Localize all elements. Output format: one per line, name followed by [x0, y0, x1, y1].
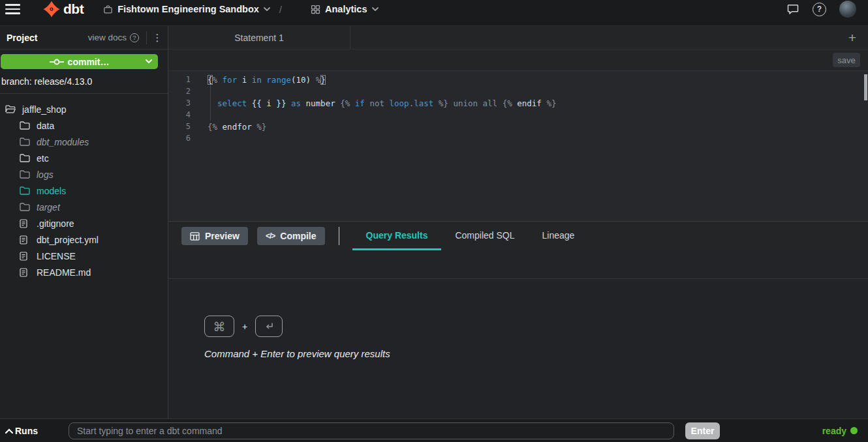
folder-icon — [20, 170, 31, 179]
code-line[interactable]: 6 — [168, 132, 868, 144]
code-token: %} — [546, 98, 556, 108]
user-avatar[interactable] — [839, 1, 856, 18]
plus-separator: + — [242, 321, 247, 332]
code-editor[interactable]: 1{% for i in range(10) %}23 select {{ i … — [168, 71, 868, 222]
code-token: % — [213, 75, 218, 85]
top-bar: dbt Fishtown Engineering Sandbox / Analy… — [0, 0, 868, 26]
folder-icon — [20, 138, 31, 146]
file-icon — [20, 235, 31, 244]
sidebar-header: Project view docs ? ⋮ — [0, 26, 168, 50]
topbar-actions: ? — [786, 1, 856, 18]
chevron-down-icon — [372, 7, 379, 11]
project-selector-label: Fishtown Engineering Sandbox — [117, 4, 259, 14]
commit-chevron-down-icon[interactable] — [146, 59, 152, 63]
file-tree-item-LICENSE[interactable]: LICENSE — [0, 248, 168, 264]
git-commit-icon — [50, 58, 64, 66]
workspace-selector[interactable]: Analytics — [311, 4, 378, 14]
code-line[interactable]: 4 — [168, 109, 868, 121]
chat-icon[interactable] — [786, 3, 799, 16]
main-shell: Project view docs ? ⋮ commit… branch: re… — [0, 26, 868, 419]
status-indicator: ready — [822, 426, 858, 436]
hamburger-menu-icon[interactable] — [5, 4, 20, 14]
code-token: last — [414, 98, 433, 108]
new-tab-icon[interactable]: + — [846, 31, 859, 44]
file-tree-item-data[interactable]: data — [0, 117, 168, 134]
file-tree: jaffle_shopdatadbt_modulesetclogsmodelst… — [0, 94, 168, 280]
project-selector[interactable]: Fishtown Engineering Sandbox — [103, 4, 270, 14]
file-tree-item-README.md[interactable]: README.md — [0, 264, 168, 280]
project-sidebar: Project view docs ? ⋮ commit… branch: re… — [0, 26, 168, 419]
preview-button[interactable]: Preview — [181, 227, 248, 245]
code-text: select {{ i }} as number {% if not loop.… — [191, 98, 556, 108]
code-token: {{ i }} — [247, 98, 291, 108]
results-toolbar: Preview </> Compile Query Results Compil… — [168, 222, 868, 250]
file-tree-item-.gitignore[interactable]: .gitignore — [0, 215, 168, 231]
code-token — [208, 98, 217, 108]
enter-button[interactable]: Enter — [685, 422, 720, 439]
file-tree-item-dbt_project.yml[interactable]: dbt_project.yml — [0, 231, 168, 248]
file-tree-label: README.md — [37, 267, 91, 278]
results-subheader — [168, 250, 868, 279]
file-tree-item-jaffle_shop[interactable]: jaffle_shop — [0, 101, 168, 117]
dbt-logo-icon — [43, 1, 60, 18]
return-key-icon — [255, 316, 283, 337]
code-token: (10) — [291, 75, 316, 85]
save-button[interactable]: save — [833, 53, 860, 67]
file-tree-label: data — [37, 121, 54, 131]
tab-query-results[interactable]: Query Results — [352, 222, 442, 250]
tab-compiled-sql[interactable]: Compiled SQL — [441, 222, 528, 250]
file-tree-label: dbt_modules — [37, 137, 89, 147]
tab-statement-1[interactable]: Statement 1 — [168, 26, 350, 49]
code-line[interactable]: 1{% for i in range(10) %} — [168, 74, 868, 85]
code-token: %} — [256, 122, 266, 132]
code-token: {% — [503, 98, 512, 108]
view-docs-label: view docs — [88, 33, 127, 42]
file-tree-item-logs[interactable]: logs — [0, 166, 168, 183]
file-tree-item-etc[interactable]: etc — [0, 150, 168, 166]
code-token: select — [217, 98, 247, 108]
breadcrumb-separator: / — [279, 4, 282, 15]
dbt-command-input[interactable] — [69, 422, 674, 439]
code-token: endif — [512, 98, 547, 108]
file-tree-item-models[interactable]: models — [0, 183, 168, 199]
preview-button-label: Preview — [205, 231, 240, 241]
chevron-up-icon — [5, 428, 13, 434]
editor-scrollbar[interactable] — [864, 74, 867, 100]
kebab-menu-icon[interactable]: ⋮ — [152, 32, 163, 44]
file-tree-label: .gitignore — [37, 218, 74, 229]
code-token — [350, 98, 355, 108]
tab-lineage[interactable]: Lineage — [529, 222, 589, 250]
shortcut-keys: ⌘ + — [204, 316, 868, 337]
code-token: loop — [390, 98, 409, 108]
editor-panel: Statement 1 + save 1{% for i in range(10… — [168, 26, 868, 419]
code-token — [217, 75, 223, 85]
code-token: union all — [448, 98, 503, 108]
status-dot — [850, 427, 858, 434]
view-docs-link[interactable]: view docs ? — [88, 33, 139, 42]
commit-button[interactable]: commit… — [1, 54, 158, 69]
file-tree-label: logs — [37, 169, 54, 180]
folder-icon — [20, 154, 31, 162]
branch-label: branch: release/4.13.0 — [1, 76, 168, 87]
compile-button[interactable]: </> Compile — [257, 227, 325, 245]
code-token: not — [369, 98, 384, 108]
code-token: i — [237, 75, 252, 85]
line-number: 5 — [168, 122, 191, 131]
code-text: {% for i in range(10) %} — [191, 75, 326, 85]
code-token: %} — [439, 98, 448, 108]
commit-button-label: commit… — [68, 57, 110, 67]
code-line[interactable]: 3 select {{ i }} as number {% if not loo… — [168, 97, 868, 109]
briefcase-icon — [103, 5, 113, 14]
line-number: 2 — [168, 87, 191, 96]
file-icon — [20, 268, 31, 277]
code-line[interactable]: 2 — [168, 85, 868, 97]
folder-icon — [20, 186, 31, 195]
code-line[interactable]: 5{% endfor %} — [168, 121, 868, 132]
help-icon[interactable]: ? — [813, 3, 826, 16]
file-tree-label: dbt_project.yml — [37, 235, 99, 245]
file-tree-item-target[interactable]: target — [0, 199, 168, 215]
runs-toggle[interactable]: Runs — [5, 426, 69, 436]
folder-open-icon — [5, 105, 16, 113]
header-divider — [146, 31, 147, 44]
file-tree-item-dbt_modules[interactable]: dbt_modules — [0, 134, 168, 150]
